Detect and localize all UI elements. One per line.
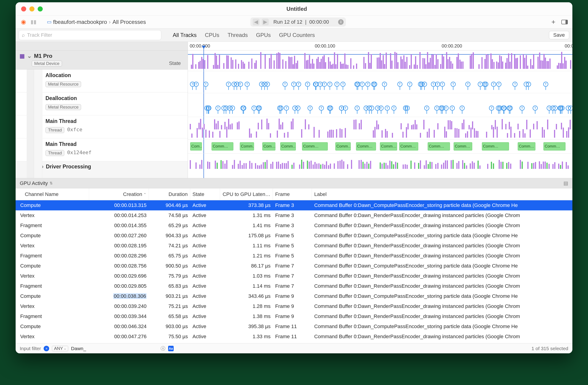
command-block[interactable]: Comm… [544,142,566,151]
info-icon[interactable]: i [338,19,344,25]
table-row[interactable]: Vertex00:00.029.69675.79 µsActive1.03 ms… [16,271,572,281]
event-pin[interactable]: T [365,82,370,87]
event-pin[interactable]: T [340,82,345,87]
table-row[interactable]: Fragment00:00.028.29665.75 µsActive1.21 … [16,251,572,261]
command-block[interactable]: Comm… [335,142,351,151]
event-pin[interactable]: T [204,106,210,111]
command-block[interactable]: Comm… [280,142,296,151]
event-pin[interactable]: T [327,106,332,111]
filter-token[interactable]: Dawn_ [71,346,86,351]
event-pin[interactable]: T [238,82,243,87]
command-block[interactable]: Comm… [399,142,418,151]
table-row[interactable]: Compute00:00.028.756900.50 µsActive86.17… [16,261,572,271]
event-pin[interactable]: T [465,82,470,87]
event-pin[interactable]: T [252,106,256,111]
command-block[interactable]: Comm… [428,142,450,151]
event-pin[interactable]: T [291,82,296,87]
command-block[interactable]: Com… [262,142,275,151]
event-pin[interactable]: T [496,82,502,87]
event-pin[interactable]: T [443,106,449,111]
table-row[interactable]: Fragment00:00.039.34465.58 µsActive1.38 … [16,311,572,321]
command-block[interactable]: Com… [190,142,202,151]
event-pin[interactable]: T [308,106,313,111]
event-pin[interactable]: T [435,82,440,87]
track-filter-input[interactable]: ⌕ Track Filter [19,30,161,40]
table-row[interactable]: Compute00:00.013.315904.46 µsActive373.3… [16,200,572,211]
event-pin[interactable]: T [221,106,227,111]
timeline-canvas[interactable]: 00:00.000 00:00.100 00:00.200 00:00.300 … [188,42,572,178]
event-pin[interactable]: T [194,82,199,87]
event-pin[interactable]: T [550,106,555,111]
event-pin[interactable]: T [231,82,237,87]
event-pin[interactable]: T [343,106,348,111]
tab-cpus[interactable]: CPUs [205,32,219,38]
close-button[interactable] [21,6,26,11]
event-pin[interactable]: T [422,82,427,87]
event-pin[interactable]: T [245,82,250,87]
event-pin[interactable]: T [391,106,397,111]
th-creation[interactable]: Creation⌃ [89,188,149,200]
event-pin[interactable]: T [543,82,548,87]
event-pin[interactable]: T [226,82,231,87]
add-instrument-button[interactable]: + [551,18,555,26]
event-pin[interactable]: T [397,82,402,87]
command-block[interactable]: Comm… [211,142,233,151]
th-latency[interactable]: CPU to GPU Laten… [220,188,273,200]
event-pin[interactable]: T [375,106,380,111]
table-row[interactable]: Fragment00:00.014.35565.29 µsActive1.41 … [16,220,572,231]
detail-panel-toggle-icon[interactable]: ▤ [564,180,568,186]
event-pin[interactable]: T [305,82,310,87]
command-block[interactable]: Comm… [482,142,509,151]
event-pin[interactable]: T [558,106,563,111]
th-channel[interactable]: Channel Name [18,188,89,200]
tab-gpu-counters[interactable]: GPU Counters [279,32,315,38]
target-breadcrumb[interactable]: ▭ fbeaufort-macbookpro › All Processes [47,19,146,25]
event-pin[interactable]: T [507,106,512,111]
prev-run-button[interactable]: ◀ [253,19,260,25]
th-label[interactable]: Label [312,188,570,200]
event-pin[interactable]: T [203,82,208,87]
table-row[interactable]: Vertex00:00.047.27675.50 µsActive1.33 ms… [16,331,572,342]
event-pin[interactable]: T [424,106,429,111]
tab-threads[interactable]: Threads [228,32,248,38]
event-pin[interactable]: T [335,82,339,87]
record-button[interactable]: ◉ [20,19,27,25]
table-row[interactable]: Compute00:00.027.260904.33 µsActive175.0… [16,231,572,241]
event-pin[interactable]: T [382,82,387,87]
th-duration[interactable]: Duration [149,188,190,200]
event-pin[interactable]: T [319,106,324,111]
event-pin[interactable]: T [512,82,518,87]
event-pin[interactable]: T [407,82,412,87]
table-row[interactable]: Compute00:00.046.324903.00 µsActive395.3… [16,321,572,331]
case-toggle[interactable]: Aa [168,346,174,351]
next-run-button[interactable]: ▶ [262,19,269,25]
event-pin[interactable]: T [215,106,220,111]
toggle-sidepanel-button[interactable] [561,18,568,26]
command-block[interactable]: Comm… [454,142,472,151]
table-row[interactable]: Vertex00:00.039.24075.21 µsActive1.28 ms… [16,301,572,311]
event-pin[interactable]: T [491,82,496,87]
filter-chip-icon[interactable]: ≡ [44,346,49,351]
detail-picker[interactable]: GPU Activity ⇅ ▤ [16,178,572,188]
zoom-button[interactable] [38,6,43,11]
filter-mode[interactable]: ANY⌄ [52,346,68,351]
event-pin[interactable]: T [385,106,390,111]
event-pin[interactable]: T [327,82,332,87]
event-pin[interactable]: T [322,82,327,87]
command-block[interactable]: Comm… [356,142,376,151]
event-pin[interactable]: T [533,106,538,111]
pause-button[interactable]: ▮▮ [30,19,37,25]
event-pin[interactable]: T [440,82,445,87]
event-pin[interactable]: T [283,82,288,87]
event-pin[interactable]: T [520,106,525,111]
tab-all-tracks[interactable]: All Tracks [173,32,197,38]
table-row[interactable]: Compute00:00.038.306903.21 µsActive343.4… [16,291,572,301]
th-frame[interactable]: Frame [273,188,312,200]
event-pin[interactable]: T [450,106,455,111]
command-block[interactable]: Comm… [380,142,397,151]
event-pin[interactable]: T [451,82,456,87]
th-state[interactable]: State [190,188,220,200]
event-pin[interactable]: T [372,82,377,87]
event-pin[interactable]: T [241,106,246,111]
event-pin[interactable]: T [460,106,465,111]
